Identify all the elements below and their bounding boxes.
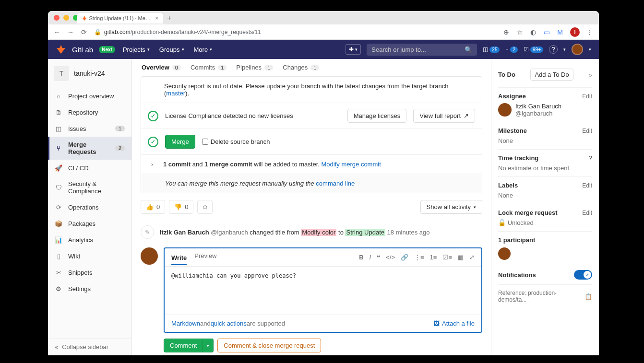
todo-counter[interactable]: ☑99+ xyxy=(524,46,543,53)
sidebar-item-wiki[interactable]: ▯Wiki xyxy=(48,248,131,264)
view-full-report-button[interactable]: View full report↗ xyxy=(413,109,475,123)
nav-groups[interactable]: Groups▾ xyxy=(157,46,186,53)
sidebar-item-overview[interactable]: ⌂Project overview xyxy=(48,88,131,104)
url-input[interactable]: 🔒 gitlab.com/production-demos/tanuki-v24… xyxy=(94,29,496,35)
new-tab-button[interactable]: + xyxy=(167,14,171,23)
add-reaction-button[interactable]: ☺ xyxy=(197,200,212,214)
lock-icon: 🔒 xyxy=(94,29,101,35)
sidebar-item-settings[interactable]: ⚙Settings xyxy=(48,281,131,297)
attach-file-button[interactable]: 🖼Attach a file xyxy=(433,320,475,327)
address-bar: ← → ⟳ 🔒 gitlab.com/production-demos/tanu… xyxy=(48,24,599,40)
mr-counter[interactable]: ⑂2 xyxy=(505,46,518,53)
add-todo-button[interactable]: Add a To Do xyxy=(530,69,573,81)
current-user-avatar xyxy=(141,247,158,265)
gitlab-brand[interactable]: GitLab xyxy=(72,46,93,54)
sidebar-item-cicd[interactable]: 🚀CI / CD xyxy=(48,160,131,176)
bold-button[interactable]: B xyxy=(359,254,363,261)
master-branch-link[interactable]: master xyxy=(166,90,185,97)
command-line-link[interactable]: command line xyxy=(316,180,355,187)
delete-branch-checkbox[interactable]: Delete source branch xyxy=(202,138,270,145)
code-button[interactable]: </> xyxy=(386,254,395,261)
tab-pipelines[interactable]: Pipelines1 xyxy=(236,64,273,71)
browser-tab[interactable]: String Update (!11) · Merge Req... × xyxy=(77,13,163,23)
project-header[interactable]: T tanuki-v24 xyxy=(48,59,131,88)
help-icon[interactable]: ? xyxy=(589,154,592,162)
browser-menu-icon[interactable]: ⋮ xyxy=(586,29,593,35)
bullet-list-button[interactable]: ⋮≡ xyxy=(414,254,424,261)
sidebar-item-analytics[interactable]: 📊Analytics xyxy=(48,232,131,248)
comment-dropdown-toggle[interactable]: ▾ xyxy=(203,339,214,352)
extension-icon-3[interactable]: M xyxy=(557,29,563,35)
help-button[interactable]: ? xyxy=(549,45,558,54)
thumbs-up-button[interactable]: 👍 0 xyxy=(141,200,165,214)
sidebar-item-repository[interactable]: 🗎Repository xyxy=(48,104,131,120)
tab-commits[interactable]: Commits1 xyxy=(191,64,227,71)
edit-assignee-button[interactable]: Edit xyxy=(582,93,592,100)
minimize-window-icon[interactable] xyxy=(63,15,69,21)
quick-actions-link[interactable]: quick actions xyxy=(211,320,247,327)
sidebar-item-snippets[interactable]: ✂Snippets xyxy=(48,264,131,281)
book-icon: ▯ xyxy=(55,252,62,260)
participant-avatar[interactable] xyxy=(498,247,511,260)
external-link-icon: ↗ xyxy=(464,112,469,119)
quote-button[interactable]: ❝ xyxy=(377,254,380,261)
show-activity-dropdown[interactable]: Show all activity ▾ xyxy=(420,200,482,214)
write-tab[interactable]: Write xyxy=(171,254,187,265)
thumbs-down-button[interactable]: 👎 0 xyxy=(169,200,193,214)
sidebar-item-issues[interactable]: ◫Issues1 xyxy=(48,120,131,137)
extension-icon[interactable]: ◐ xyxy=(530,29,537,35)
new-dropdown-button[interactable]: ✚ ▾ xyxy=(346,44,361,55)
window-titlebar: String Update (!11) · Merge Req... × + xyxy=(48,11,599,24)
forward-button[interactable]: → xyxy=(67,29,74,35)
nav-more[interactable]: More▾ xyxy=(192,46,215,53)
zoom-icon[interactable]: ⊕ xyxy=(503,29,510,35)
comment-close-button[interactable]: Comment & close merge request xyxy=(217,339,321,352)
bookmark-icon[interactable]: ☆ xyxy=(516,29,523,35)
extension-icon-2[interactable]: ▭ xyxy=(543,29,550,35)
back-button[interactable]: ← xyxy=(54,29,60,35)
table-button[interactable]: ▦ xyxy=(458,254,464,261)
assignee-avatar[interactable] xyxy=(498,103,512,117)
tab-changes[interactable]: Changes1 xyxy=(283,64,319,71)
sidebar-item-security[interactable]: 🛡Security & Compliance xyxy=(48,176,131,199)
security-report-row: Security report is out of date. Please u… xyxy=(141,77,482,103)
sidebar-item-operations[interactable]: ⟳Operations xyxy=(48,199,131,215)
edit-labels-button[interactable]: Edit xyxy=(582,182,592,189)
merge-button[interactable]: Merge xyxy=(165,135,195,149)
edit-milestone-button[interactable]: Edit xyxy=(582,128,592,134)
gitlab-navbar: GitLab Next Projects▾ Groups▾ More▾ ✚ ▾ … xyxy=(48,40,599,59)
preview-tab[interactable]: Preview xyxy=(194,252,216,262)
tab-overview[interactable]: Overview0 xyxy=(142,64,181,71)
fullscreen-button[interactable]: ⤢ xyxy=(469,254,475,261)
collapse-right-sidebar-icon[interactable]: » xyxy=(588,71,592,79)
user-avatar[interactable] xyxy=(572,44,583,55)
modify-merge-commit-link[interactable]: Modify merge commit xyxy=(322,161,381,168)
markdown-help-link[interactable]: Markdown xyxy=(171,320,200,327)
gitlab-logo-icon[interactable] xyxy=(56,44,66,55)
italic-button[interactable]: I xyxy=(370,254,371,261)
unlock-icon: 🔓 xyxy=(498,219,506,226)
search-input[interactable]: Search or jump to... 🔍 xyxy=(367,44,477,56)
comment-button[interactable]: Comment xyxy=(164,339,203,352)
success-status-icon: ✓ xyxy=(148,111,158,121)
task-list-button[interactable]: ☑≡ xyxy=(442,254,452,261)
nav-projects[interactable]: Projects▾ xyxy=(121,46,152,53)
browser-profile-avatar[interactable]: I xyxy=(570,27,580,37)
chevron-right-icon[interactable]: › xyxy=(148,161,156,168)
edit-lock-button[interactable]: Edit xyxy=(582,210,592,216)
comment-textarea[interactable]: @williamchia can you approve please? xyxy=(165,267,481,315)
notifications-toggle[interactable] xyxy=(574,270,592,280)
manage-licenses-button[interactable]: Manage licenses xyxy=(347,109,407,123)
issues-counter[interactable]: ◫25 xyxy=(483,46,500,53)
number-list-button[interactable]: 1≡ xyxy=(430,254,437,261)
reload-button[interactable]: ⟳ xyxy=(81,29,87,35)
link-button[interactable]: 🔗 xyxy=(401,254,408,261)
copy-reference-icon[interactable]: 📋 xyxy=(584,293,592,300)
collapse-sidebar-button[interactable]: «Collapse sidebar xyxy=(48,338,131,355)
manual-merge-row: You can merge this merge request manuall… xyxy=(141,174,482,193)
close-window-icon[interactable] xyxy=(54,15,60,21)
sidebar-item-merge-requests[interactable]: ⑂Merge Requests2 xyxy=(48,137,131,160)
tab-title: String Update (!11) · Merge Req... xyxy=(89,15,152,21)
close-tab-icon[interactable]: × xyxy=(155,15,158,22)
sidebar-item-packages[interactable]: 📦Packages xyxy=(48,215,131,232)
